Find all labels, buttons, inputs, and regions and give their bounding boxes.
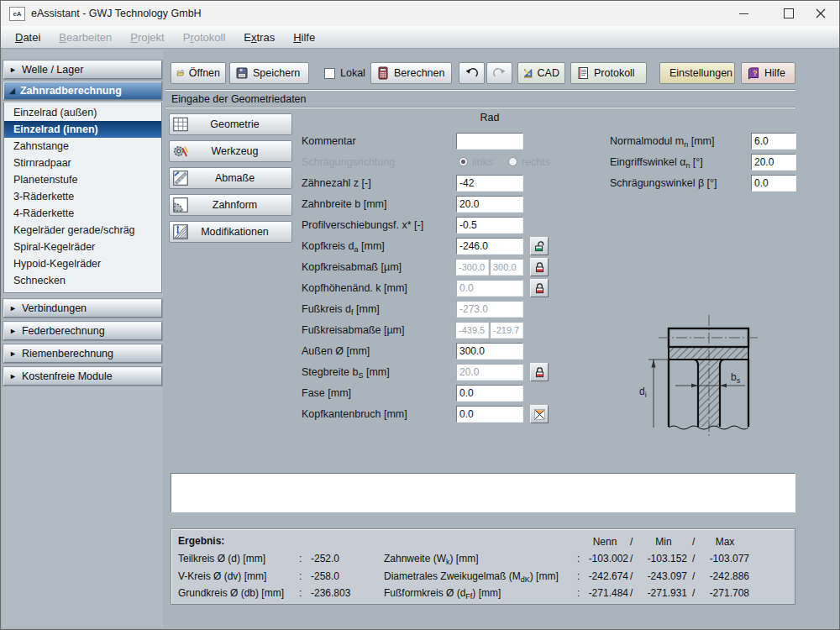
open-folder-icon — [176, 66, 185, 80]
zaehnezahl-label: Zähnezahl z [-] — [302, 177, 371, 189]
undo-button[interactable] — [459, 62, 485, 84]
colon: : — [577, 570, 580, 582]
kopfkantenbruch-input[interactable] — [456, 406, 523, 423]
column-header-rad: Rad — [456, 112, 523, 123]
protocol-label: Protokoll — [594, 67, 635, 79]
sidebar-section-federberechnung[interactable]: ►Federberechnung — [3, 322, 162, 340]
geometrie-tab-button[interactable]: Geometrie — [169, 113, 292, 135]
sidebar-section-zahnradberechnung[interactable]: ◢Zahnradberechnung — [3, 81, 162, 100]
bs-dimension-label: bs — [731, 371, 741, 385]
sidebar-item-planetenstufe[interactable]: Planetenstufe — [4, 171, 161, 188]
kommentar-input[interactable] — [456, 133, 523, 150]
result-label: Fußformkreis Ø (dFf) [mm] — [384, 587, 501, 601]
cad-button[interactable]: CAD — [517, 62, 565, 84]
slash: / — [692, 553, 695, 564]
form-row-kopfkreis: Kopfkreis da [mm] — [302, 238, 570, 256]
kopfhoehenaend-input — [456, 280, 523, 297]
eingriffswinkel-label: Eingriffswinkel αn [°] — [610, 156, 703, 170]
eingriffswinkel-input[interactable] — [751, 154, 796, 171]
form-row-aussen: Außen Ø [mm] — [302, 343, 570, 361]
close-icon — [816, 8, 826, 18]
sidebar-item-kegelraeder[interactable]: Kegelräder gerade/schräg — [4, 222, 161, 239]
form-row-kommentar: Kommentar — [302, 133, 570, 151]
open-button[interactable]: Öffnen — [171, 62, 226, 84]
zahnbreite-input[interactable] — [456, 196, 523, 213]
page-title: Eingabe der Geometriedaten — [171, 93, 307, 105]
sidebar-item-spiral-kegelraeder[interactable]: Spiral-Kegelräder — [4, 239, 161, 255]
sidebar-section-welle-lager[interactable]: ►Welle / Lager — [3, 60, 162, 79]
stegbreite-label: Stegbreite bS [mm] — [302, 366, 390, 380]
sidebar-group-zahnradberechnung: Einzelrad (außen) Einzelrad (innen) Zahn… — [3, 102, 162, 293]
divider — [165, 89, 795, 91]
sidebar-item-4-raederkette[interactable]: 4-Räderkette — [4, 205, 161, 222]
sidebar-item-schnecken[interactable]: Schnecken — [4, 272, 161, 289]
sidebar-item-3-raederkette[interactable]: 3-Räderkette — [4, 188, 161, 205]
kopfkantenbruch-chamfer-button[interactable] — [530, 405, 549, 423]
result-max: -242.886 — [701, 570, 749, 582]
kopfkreisabmass-lock-button[interactable] — [530, 258, 549, 276]
chamfer-icon — [533, 408, 546, 421]
fusskreisabmasse-max-input — [490, 322, 523, 339]
settings-button[interactable]: Einstellungen — [659, 62, 735, 84]
sidebar-item-zahnstange[interactable]: Zahnstange — [4, 138, 161, 155]
kopfhoehenaend-lock-button[interactable] — [530, 279, 549, 297]
minimize-icon — [739, 13, 748, 14]
zahnform-tab-button[interactable]: Zahnform — [169, 194, 292, 216]
sidebar-section-kostenfreie-module[interactable]: ►Kostenfreie Module — [3, 367, 162, 386]
cad-icon — [523, 66, 533, 80]
form-row-zaehnezahl: Zähnezahl z [-] — [302, 175, 570, 193]
sidebar-item-hypoid-kegelraeder[interactable]: Hypoid-Kegelräder — [4, 255, 161, 272]
sidebar: ►Welle / Lager ◢Zahnradberechnung Einzel… — [3, 50, 163, 627]
menu-extras[interactable]: Extras — [234, 31, 284, 44]
sidebar-section-riemenberechnung[interactable]: ►Riemenberechnung — [3, 344, 162, 363]
slash: / — [630, 570, 633, 582]
help-button[interactable]: ? Hilfe — [741, 62, 795, 84]
help-label: Hilfe — [764, 67, 785, 79]
aussen-input[interactable] — [456, 343, 523, 360]
werkzeug-tab-button[interactable]: Werkzeug — [169, 140, 292, 162]
sidebar-item-einzelrad-aussen[interactable]: Einzelrad (außen) — [4, 104, 161, 121]
form-row-schraegungsrichtung: Schrägungsrichtung links rechts — [302, 154, 570, 172]
maximize-icon — [784, 8, 794, 18]
sidebar-item-stirnradpaar[interactable]: Stirnradpaar — [4, 155, 161, 171]
fase-input[interactable] — [456, 385, 523, 402]
lock-closed-icon — [533, 282, 546, 295]
radio-rechts-label: rechts — [522, 156, 550, 168]
save-button[interactable]: Speichern — [229, 62, 309, 84]
results-panel: Ergebnis: Nenn / Min / Max Teilkreis Ø (… — [171, 528, 795, 605]
menu-datei[interactable]: Datei — [6, 31, 50, 44]
result-label: Teilkreis Ø (d) [mm] — [178, 553, 265, 564]
profilverschiebung-input[interactable] — [456, 217, 523, 234]
result-max: -271.708 — [701, 587, 749, 599]
gear-cross-section-drawing: di bs — [618, 310, 811, 449]
form-row-fusskreis: Fußkreis df [mm] — [302, 301, 570, 319]
sidebar-item-einzelrad-innen[interactable]: Einzelrad (innen) — [4, 121, 161, 138]
form-row-profilverschiebung: Profilverschiebungsf. x* [-] — [302, 217, 570, 235]
zaehnezahl-input[interactable] — [456, 175, 523, 192]
zahnbreite-label: Zahnbreite b [mm] — [302, 198, 386, 210]
schraegungswinkel-input[interactable] — [751, 175, 796, 192]
abmasse-label: Abmaße — [190, 172, 291, 184]
stegbreite-lock-button[interactable] — [530, 363, 549, 381]
calculate-button[interactable]: Berechnen — [370, 62, 452, 84]
normalmodul-input[interactable] — [751, 133, 796, 150]
minimize-button[interactable] — [724, 1, 763, 26]
menu-hilfe[interactable]: Hilfe — [284, 31, 324, 44]
kopfkreis-input[interactable] — [456, 238, 523, 255]
menu-protokoll: Protokoll — [174, 31, 235, 44]
colon: : — [299, 587, 302, 599]
results-title: Ergebnis: — [178, 535, 224, 547]
app-logo-icon: eA — [9, 7, 25, 21]
menu-bar: Datei Bearbeiten Projekt Protokoll Extra… — [1, 26, 839, 49]
sidebar-section-verbindungen[interactable]: ►Verbindungen — [3, 299, 162, 318]
gear-tools-icon — [171, 142, 190, 160]
abmasse-tab-button[interactable]: Abmaße — [169, 167, 292, 189]
protocol-button[interactable]: Protokoll — [570, 62, 647, 84]
grid-icon — [171, 115, 190, 134]
modifikationen-tab-button[interactable]: Modifikationen — [169, 221, 292, 243]
close-button[interactable] — [801, 1, 840, 26]
local-checkbox[interactable] — [324, 68, 335, 79]
result-nenn: -242.674 — [581, 570, 628, 582]
kopfhoehenaend-label: Kopfhöhenänd. k [mm] — [302, 282, 407, 294]
kopfkreis-lock-button[interactable] — [530, 237, 549, 255]
